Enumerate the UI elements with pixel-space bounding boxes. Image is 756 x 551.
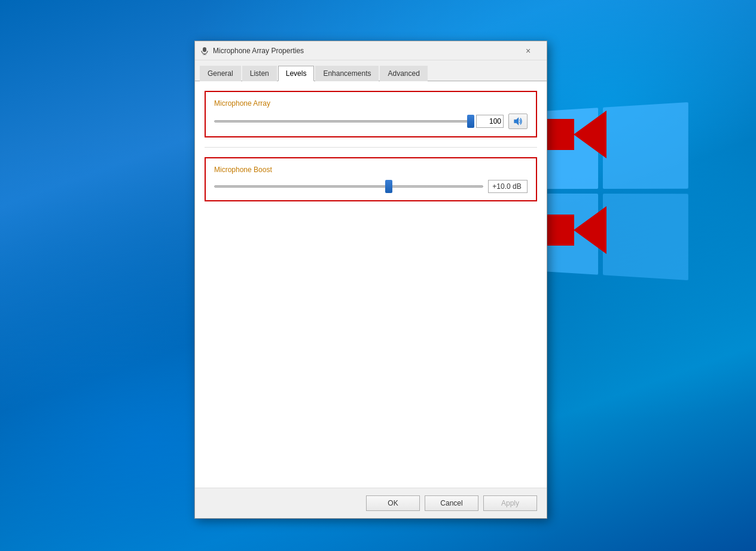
microphone-array-value[interactable]: 100	[476, 115, 504, 128]
microphone-icon	[200, 46, 209, 56]
tab-advanced[interactable]: Advanced	[380, 66, 427, 81]
tab-listen[interactable]: Listen	[242, 66, 277, 81]
microphone-boost-slider-thumb[interactable]	[385, 180, 392, 193]
dialog-titlebar: Microphone Array Properties ×	[195, 41, 547, 60]
microphone-boost-slider-track[interactable]	[214, 185, 483, 188]
cancel-button[interactable]: Cancel	[425, 495, 478, 511]
svg-marker-3	[514, 118, 519, 125]
microphone-array-slider-track[interactable]	[214, 120, 471, 123]
tab-levels[interactable]: Levels	[278, 66, 315, 81]
close-button[interactable]: ×	[514, 41, 542, 60]
tab-bar: General Listen Levels Enhancements Advan…	[195, 60, 547, 81]
dialog-title: Microphone Array Properties	[213, 47, 514, 55]
microphone-boost-label: Microphone Boost	[214, 166, 528, 174]
ok-button[interactable]: OK	[366, 495, 420, 511]
microphone-array-slider-row: 100	[214, 114, 528, 129]
microphone-array-slider-thumb[interactable]	[467, 115, 474, 128]
tab-enhancements[interactable]: Enhancements	[315, 66, 379, 81]
microphone-boost-value: +10.0 dB	[488, 180, 528, 193]
dialog-content: Microphone Array 100	[195, 81, 547, 488]
win-logo-pane-br	[603, 194, 688, 280]
dialog-window: Microphone Array Properties × General Li…	[194, 41, 547, 519]
tab-general[interactable]: General	[200, 66, 241, 81]
microphone-boost-section: Microphone Boost +10.0 dB	[205, 157, 537, 201]
dialog-footer: OK Cancel Apply	[195, 488, 547, 518]
microphone-boost-slider-row: +10.0 dB	[214, 180, 528, 193]
section-separator	[205, 147, 537, 148]
win-logo-pane-tr	[603, 102, 688, 189]
apply-button[interactable]: Apply	[483, 495, 537, 511]
microphone-array-label: Microphone Array	[214, 99, 528, 108]
microphone-array-section: Microphone Array 100	[205, 91, 537, 137]
microphone-array-mute-button[interactable]	[508, 114, 528, 129]
svg-rect-0	[203, 47, 206, 52]
